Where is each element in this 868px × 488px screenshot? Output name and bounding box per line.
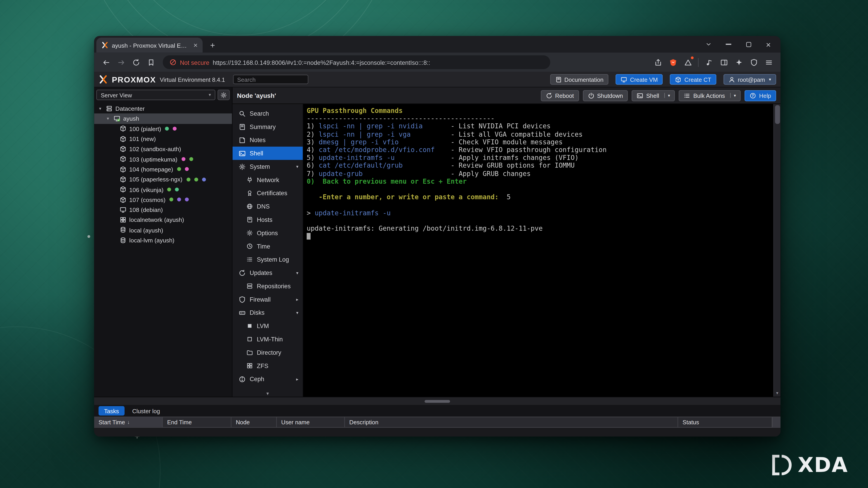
panel-splitter[interactable] [94, 397, 780, 405]
terminal-scrollbar[interactable]: ▾ [773, 104, 780, 397]
close-button[interactable]: × [758, 36, 778, 53]
menu-item-certificates[interactable]: Certificates [232, 186, 303, 200]
new-tab-button[interactable]: + [206, 38, 220, 52]
menu-item-time[interactable]: Time [232, 239, 303, 253]
menu-item-notes[interactable]: Notes [232, 133, 303, 147]
tree-item-label: Datacenter [116, 105, 145, 112]
menu-item-zfs[interactable]: ZFS [232, 359, 303, 372]
menu-overflow-chevron-icon[interactable]: ▾ [232, 391, 303, 396]
tree-item-ayush[interactable]: ▾ayush [94, 113, 232, 124]
menu-item-updates[interactable]: Updates▾ [232, 266, 303, 280]
menu-item-label: Network [257, 176, 279, 183]
shell-button[interactable]: Shell▾ [632, 90, 675, 101]
tree-item-local-ayush[interactable]: local (ayush) [94, 225, 232, 235]
tree-item-107-cosmos[interactable]: 107 (cosmos) [94, 195, 232, 205]
back-button[interactable] [98, 55, 114, 70]
reload-button[interactable] [128, 55, 143, 70]
menu-item-lvm-thin[interactable]: LVM-Thin [232, 332, 303, 346]
scroll-down-arrow-icon[interactable]: ▾ [776, 389, 778, 397]
tree-item-104-homepage[interactable]: 104 (homepage) [94, 164, 232, 174]
forward-icon [117, 58, 125, 66]
resource-tree: ▾Datacenter▾ayush100 (pialert)101 (new)1… [94, 102, 232, 397]
tree-item-108-debian[interactable]: 108 (debian) [94, 205, 232, 215]
tab-close-icon[interactable]: × [193, 41, 198, 49]
documentation-button[interactable]: Documentation [550, 74, 609, 85]
create-ct-button[interactable]: Create CT [670, 74, 716, 85]
tree-settings-button[interactable] [217, 90, 230, 100]
forward-button[interactable] [114, 55, 128, 70]
column-header-start-time[interactable]: Start Time↓ [94, 417, 163, 427]
scrollbar-thumb[interactable] [775, 105, 780, 124]
vpn-button[interactable] [746, 55, 761, 70]
media-controls-button[interactable] [702, 55, 716, 70]
tab-cluster-log[interactable]: Cluster log [127, 406, 165, 416]
shutdown-button[interactable]: Shutdown [583, 90, 628, 101]
shield-icon [750, 58, 757, 66]
menu-item-options[interactable]: Options [232, 226, 303, 240]
menu-item-search[interactable]: Search [232, 107, 303, 120]
user-label: root@pam [738, 76, 765, 83]
menu-item-system-log[interactable]: System Log [232, 253, 303, 266]
share-button[interactable] [651, 55, 665, 70]
create-vm-button[interactable]: Create VM [616, 74, 663, 85]
button-label: Shell [646, 92, 659, 99]
lxc-icon [120, 125, 127, 132]
menu-item-lvm[interactable]: LVM [232, 319, 303, 332]
menu-item-directory[interactable]: Directory [232, 346, 303, 359]
user-menu-button[interactable]: root@pam ▾ [723, 74, 776, 85]
column-header-node[interactable]: Node [231, 417, 277, 427]
tree-item-label: 100 (pialert) [129, 125, 161, 132]
address-bar[interactable]: Not secure https://192.168.0.149:8006/#v… [163, 55, 550, 69]
tree-item-106-vikunja[interactable]: 106 (vikunja) [94, 184, 232, 195]
tree-item-103-uptimekuma[interactable]: 103 (uptimekuma) [94, 154, 232, 164]
menu-item-repositories[interactable]: Repositories [232, 280, 303, 293]
split-view-button[interactable] [716, 55, 731, 70]
brave-rewards-button[interactable] [680, 55, 695, 70]
tree-item-100-pialert[interactable]: 100 (pialert) [94, 124, 232, 134]
bookmark-button[interactable] [143, 55, 158, 70]
gear-icon [220, 92, 227, 98]
menu-button[interactable] [761, 55, 776, 70]
menu-item-firewall[interactable]: Firewall▸ [232, 293, 303, 306]
tag-dot [202, 177, 206, 181]
tree-item-101-new[interactable]: 101 (new) [94, 134, 232, 144]
global-search-input[interactable] [233, 75, 309, 84]
terminal-output[interactable]: GPU Passthrough Commands----------------… [303, 104, 773, 397]
column-header-end-time[interactable]: End Time [163, 417, 231, 427]
tab-search-button[interactable] [699, 36, 719, 53]
view-selector[interactable]: Server View ▾ [96, 90, 215, 100]
reboot-button[interactable]: Reboot [541, 90, 579, 101]
browser-tab[interactable]: ayush - Proxmox Virtual Environ × [96, 38, 203, 53]
menu-item-network[interactable]: Network [232, 173, 303, 187]
column-header-description[interactable]: Description [345, 417, 678, 427]
minimize-button[interactable] [719, 36, 739, 53]
leo-ai-button[interactable] [731, 55, 746, 70]
brave-shields-button[interactable] [665, 55, 680, 70]
menu-item-label: Repositories [257, 283, 291, 289]
maximize-button[interactable] [739, 36, 758, 53]
menu-item-system[interactable]: System▾ [232, 160, 303, 173]
menu-item-hosts[interactable]: Hosts [232, 213, 303, 226]
menu-item-label: Disks [250, 309, 265, 316]
menu-item-disks[interactable]: Disks▾ [232, 306, 303, 319]
menu-item-ceph[interactable]: Ceph▸ [232, 372, 303, 386]
splitter-grip[interactable] [425, 400, 450, 402]
tree-item-102-sandbox-auth[interactable]: 102 (sandbox-auth) [94, 144, 232, 154]
tree-item-datacenter[interactable]: ▾Datacenter [94, 103, 232, 113]
tree-item-local-lvm-ayush[interactable]: local-lvm (ayush) [94, 235, 232, 245]
expand-arrow-icon[interactable]: ▾ [105, 116, 111, 121]
menu-item-dns[interactable]: DNS [232, 200, 303, 213]
column-header-status[interactable]: Status [678, 417, 772, 427]
tab-tasks[interactable]: Tasks [98, 406, 125, 416]
menu-item-summary[interactable]: Summary [232, 120, 303, 133]
help-button[interactable]: ?Help [745, 90, 776, 101]
menu-item-shell[interactable]: Shell [232, 147, 303, 160]
expand-arrow-icon[interactable]: ▾ [97, 106, 103, 111]
tree-item-105-paperless-ngx[interactable]: 105 (paperless-ngx) [94, 174, 232, 185]
close-icon: × [766, 40, 771, 48]
bulk-actions-button[interactable]: Bulk Actions▾ [679, 90, 741, 101]
column-header-label: Start Time [98, 419, 125, 425]
hosts-icon [246, 217, 253, 223]
tree-item-localnetwork-ayush[interactable]: localnetwork (ayush) [94, 215, 232, 225]
column-header-user-name[interactable]: User name [277, 417, 345, 427]
